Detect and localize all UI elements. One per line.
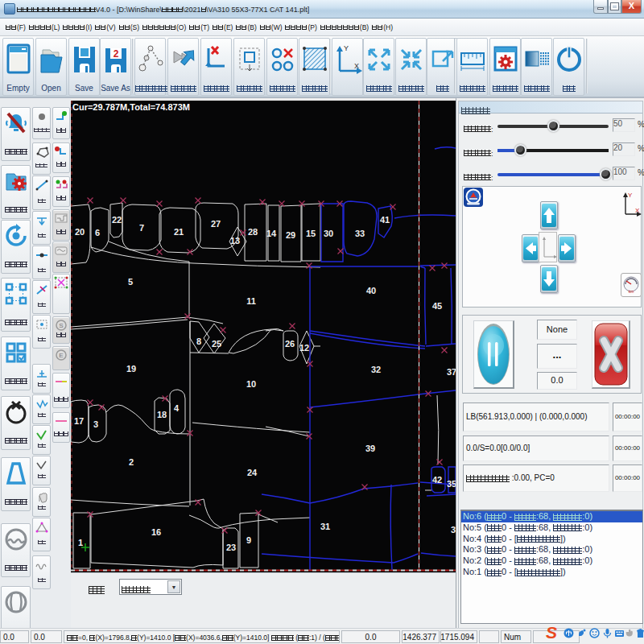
svg-text:40: 40 bbox=[366, 286, 376, 295]
svg-text:Y: Y bbox=[628, 192, 633, 199]
svg-text:13: 13 bbox=[230, 236, 240, 246]
svg-text:2: 2 bbox=[129, 457, 134, 467]
svg-text:18: 18 bbox=[157, 410, 167, 419]
svg-text:24: 24 bbox=[247, 468, 258, 477]
svg-text:X: X bbox=[354, 62, 359, 70]
svg-text:17: 17 bbox=[74, 416, 84, 426]
svg-text:Cur=29.787M,Total=74.873M: Cur=29.787M,Total=74.873M bbox=[72, 102, 190, 112]
svg-text:22: 22 bbox=[112, 215, 122, 225]
svg-text:42: 42 bbox=[432, 475, 442, 485]
svg-text:35: 35 bbox=[447, 479, 456, 489]
svg-text:21: 21 bbox=[174, 227, 184, 237]
svg-text:1: 1 bbox=[78, 538, 83, 547]
svg-text:20: 20 bbox=[75, 227, 85, 237]
svg-text:4: 4 bbox=[174, 403, 180, 413]
svg-text:39: 39 bbox=[365, 444, 375, 453]
svg-text:12: 12 bbox=[299, 343, 309, 353]
svg-text:45: 45 bbox=[432, 301, 442, 311]
svg-text:28: 28 bbox=[248, 227, 258, 237]
svg-text:2: 2 bbox=[113, 48, 118, 60]
svg-text:11: 11 bbox=[246, 296, 256, 306]
svg-text:3: 3 bbox=[93, 419, 98, 429]
svg-text:26: 26 bbox=[285, 339, 295, 349]
svg-text:23: 23 bbox=[226, 543, 236, 552]
svg-text:km: km bbox=[629, 289, 634, 294]
svg-text:10: 10 bbox=[246, 379, 256, 389]
svg-text:6: 6 bbox=[95, 228, 100, 237]
svg-text:29: 29 bbox=[286, 230, 295, 240]
svg-text:27: 27 bbox=[211, 219, 221, 229]
svg-text:33: 33 bbox=[355, 229, 365, 238]
svg-text:X: X bbox=[635, 207, 640, 214]
svg-text:41: 41 bbox=[380, 215, 390, 225]
svg-text:8: 8 bbox=[196, 336, 201, 346]
svg-text:30: 30 bbox=[324, 229, 333, 238]
svg-text:14: 14 bbox=[266, 229, 277, 238]
svg-text:15: 15 bbox=[306, 229, 316, 238]
svg-text:25: 25 bbox=[212, 339, 221, 349]
svg-text:E: E bbox=[59, 352, 63, 359]
svg-text:7: 7 bbox=[139, 223, 144, 233]
svg-text:31: 31 bbox=[320, 522, 330, 531]
svg-text:32: 32 bbox=[371, 365, 381, 374]
svg-text:9: 9 bbox=[246, 535, 251, 545]
svg-text:37: 37 bbox=[447, 367, 456, 377]
svg-text:Y: Y bbox=[344, 44, 349, 52]
svg-text:19: 19 bbox=[126, 364, 136, 374]
svg-text:5: 5 bbox=[128, 277, 133, 287]
svg-text:16: 16 bbox=[151, 527, 161, 537]
